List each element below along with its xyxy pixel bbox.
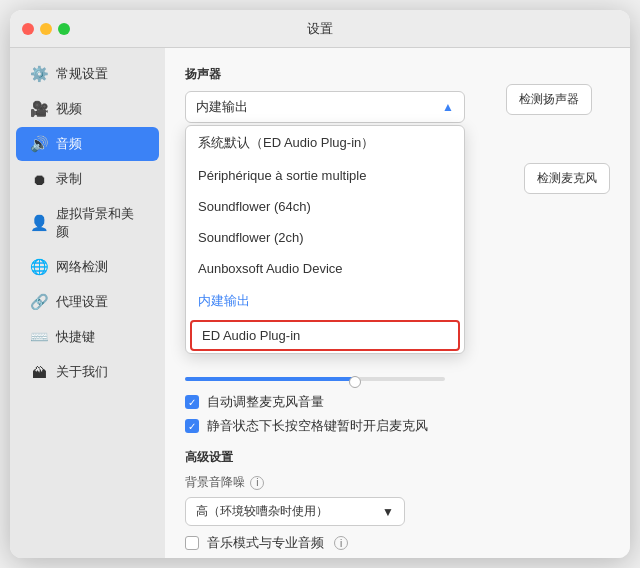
dropdown-item-edplugin[interactable]: ED Audio Plug-in	[190, 320, 460, 351]
close-button[interactable]	[22, 23, 34, 35]
sidebar-label-proxy: 代理设置	[56, 293, 108, 311]
noise-info-icon[interactable]: i	[250, 476, 264, 490]
sidebar-label-video: 视频	[56, 100, 82, 118]
sidebar-label-virtual: 虚拟背景和美颜	[56, 205, 145, 241]
minimize-button[interactable]	[40, 23, 52, 35]
sidebar-item-proxy[interactable]: 🔗 代理设置	[16, 285, 159, 319]
dropdown-item-multiple[interactable]: Périphérique à sortie multiple	[186, 160, 464, 191]
noise-selected: 高（环境较嘈杂时使用）	[196, 503, 328, 520]
music-mode-checkbox[interactable]	[185, 536, 199, 550]
sidebar: ⚙️ 常规设置 🎥 视频 🔊 音频 ⏺ 录制 👤 虚拟背景和美颜 🌐 网络检	[10, 48, 165, 558]
music-mode-row: 音乐模式与专业音频 i	[185, 534, 610, 552]
mic-volume-slider[interactable]	[185, 377, 445, 383]
sidebar-label-shortcut: 快捷键	[56, 328, 95, 346]
dropdown-item-default[interactable]: 系统默认（ED Audio Plug-in）	[186, 126, 464, 160]
mute-space-label: 静音状态下长按空格键暂时开启麦克风	[207, 417, 428, 435]
noise-dropdown[interactable]: 高（环境较嘈杂时使用） ▼	[185, 497, 405, 526]
auto-adjust-row: 自动调整麦克风音量	[185, 393, 610, 411]
gear-icon: ⚙️	[30, 65, 48, 83]
sidebar-item-record[interactable]: ⏺ 录制	[16, 162, 159, 196]
noise-label: 背景音降噪 i	[185, 474, 610, 491]
sidebar-item-virtual[interactable]: 👤 虚拟背景和美颜	[16, 197, 159, 249]
sidebar-item-shortcut[interactable]: ⌨️ 快捷键	[16, 320, 159, 354]
auto-adjust-checkbox[interactable]	[185, 395, 199, 409]
settings-window: 设置 ⚙️ 常规设置 🎥 视频 🔊 音频 ⏺ 录制 👤 虚拟背景和美	[10, 10, 630, 558]
network-icon: 🌐	[30, 258, 48, 276]
music-mode-label: 音乐模式与专业音频	[207, 534, 324, 552]
speaker-dropdown[interactable]: 内建输出 ▲	[185, 91, 465, 123]
detect-mic-button[interactable]: 检测麦克风	[524, 163, 610, 194]
speaker-selected-value: 内建输出	[196, 98, 248, 116]
window-title: 设置	[307, 20, 333, 38]
mute-space-checkbox[interactable]	[185, 419, 199, 433]
auto-adjust-label: 自动调整麦克风音量	[207, 393, 324, 411]
sidebar-item-video[interactable]: 🎥 视频	[16, 92, 159, 126]
proxy-icon: 🔗	[30, 293, 48, 311]
content-area: ⚙️ 常规设置 🎥 视频 🔊 音频 ⏺ 录制 👤 虚拟背景和美颜 🌐 网络检	[10, 48, 630, 558]
main-panel: 扬声器 内建输出 ▲ 系统默认（ED Audio Plug-in） Périph…	[165, 48, 630, 558]
advanced-divider: 高级设置	[185, 449, 610, 466]
dropdown-item-aunbox[interactable]: Aunboxsoft Audio Device	[186, 253, 464, 284]
audio-icon: 🔊	[30, 135, 48, 153]
sidebar-label-about: 关于我们	[56, 363, 108, 381]
maximize-button[interactable]	[58, 23, 70, 35]
mic-track	[185, 377, 445, 381]
advanced-section-label: 高级设置	[185, 449, 610, 466]
sidebar-label-network: 网络检测	[56, 258, 108, 276]
detect-speaker-button[interactable]: 检测扬声器	[506, 84, 592, 115]
sidebar-item-general[interactable]: ⚙️ 常规设置	[16, 57, 159, 91]
title-bar: 设置	[10, 10, 630, 48]
chevron-down-icon: ▼	[382, 505, 394, 519]
about-icon: 🏔	[30, 363, 48, 381]
sidebar-label-audio: 音频	[56, 135, 82, 153]
video-icon: 🎥	[30, 100, 48, 118]
sidebar-label-general: 常规设置	[56, 65, 108, 83]
mic-fill	[185, 377, 354, 381]
sidebar-item-network[interactable]: 🌐 网络检测	[16, 250, 159, 284]
speaker-section-label: 扬声器	[185, 66, 610, 83]
dropdown-item-soundflower2[interactable]: Soundflower (2ch)	[186, 222, 464, 253]
shortcut-icon: ⌨️	[30, 328, 48, 346]
mute-space-row: 静音状态下长按空格键暂时开启麦克风	[185, 417, 610, 435]
chevron-up-icon: ▲	[442, 100, 454, 114]
sidebar-item-about[interactable]: 🏔 关于我们	[16, 355, 159, 389]
mic-thumb[interactable]	[349, 376, 361, 388]
speaker-dropdown-menu: 系统默认（ED Audio Plug-in） Périphérique à so…	[185, 125, 465, 354]
sidebar-item-audio[interactable]: 🔊 音频	[16, 127, 159, 161]
mic-section: 检测麦克风 自动调整麦克风音量 静音状态下长按空格键暂时开启麦克风	[185, 333, 610, 552]
dropdown-item-soundflower64[interactable]: Soundflower (64ch)	[186, 191, 464, 222]
sidebar-label-record: 录制	[56, 170, 82, 188]
virtual-icon: 👤	[30, 214, 48, 232]
dropdown-item-builtin[interactable]: 内建输出	[186, 284, 464, 318]
record-icon: ⏺	[30, 170, 48, 188]
traffic-lights	[22, 23, 70, 35]
music-mode-info-icon[interactable]: i	[334, 536, 348, 550]
